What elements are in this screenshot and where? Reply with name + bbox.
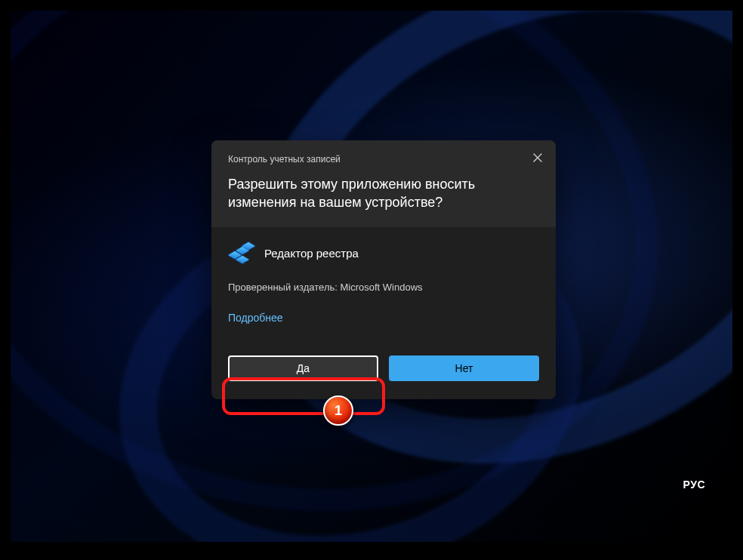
desktop-wallpaper: Контроль учетных записей Разрешить этому… <box>11 11 732 542</box>
no-button[interactable]: Нет <box>389 355 539 381</box>
yes-button[interactable]: Да <box>228 355 378 381</box>
dialog-question: Разрешить этому приложению вносить измен… <box>228 175 539 212</box>
dialog-button-row: Да Нет <box>211 343 556 399</box>
show-more-link[interactable]: Подробнее <box>228 312 283 334</box>
regedit-icon <box>228 241 254 266</box>
input-language-indicator[interactable]: РУС <box>683 478 705 491</box>
dialog-header: Контроль учетных записей Разрешить этому… <box>211 140 556 227</box>
dialog-body: Редактор реестра Проверенный издатель: M… <box>211 227 556 343</box>
close-icon <box>533 152 542 165</box>
app-name: Редактор реестра <box>264 247 359 260</box>
verified-publisher: Проверенный издатель: Microsoft Windows <box>228 282 539 293</box>
dialog-small-title: Контроль учетных записей <box>228 154 539 165</box>
close-button[interactable] <box>527 148 548 169</box>
uac-dialog: Контроль учетных записей Разрешить этому… <box>211 140 556 399</box>
app-identity-row: Редактор реестра <box>228 241 539 266</box>
